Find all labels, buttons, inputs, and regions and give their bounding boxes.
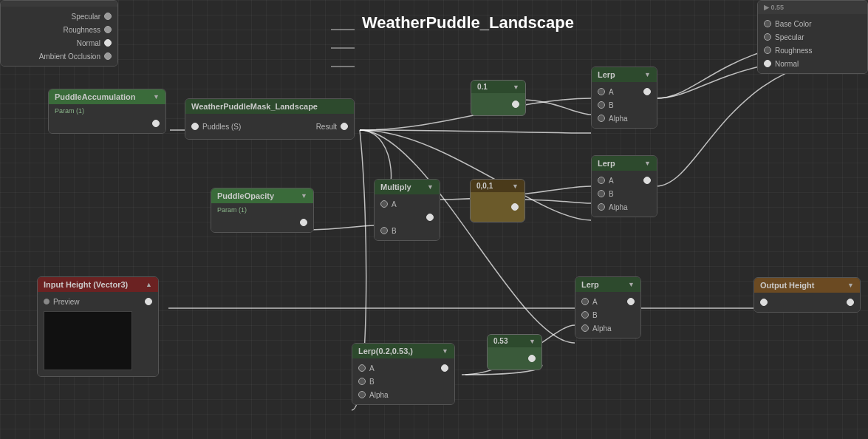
lerp-mid-alpha-row: Alpha [592,200,657,214]
const-01-pin[interactable] [512,101,519,108]
input-height-node: Input Height (Vector3) ▲ Preview [37,276,159,377]
multiply-b-pin[interactable] [380,227,388,234]
lerp-bot-header: Lerp ▼ [575,277,640,292]
lerp-top-a-pin[interactable] [598,88,605,95]
output-height-node: Output Height ▼ [753,277,861,313]
opacity-output-row [211,216,313,229]
specular-pin[interactable] [104,13,112,20]
lerp-mid-node: Lerp ▼ A B Alpha [591,155,657,217]
specular-right-pin[interactable] [764,33,771,41]
lerp-02-053-header: Lerp(0.2,0.53,) ▼ [352,344,454,358]
specular-right-row: Specular [758,30,867,44]
dropdown-icon[interactable]: ▼ [153,93,160,101]
base-color-row: Base Color [758,17,867,30]
puddles-input-row: Puddles (S) [191,120,241,133]
lerp-bot-b-row: B [575,308,640,321]
ambient-occlusion-row: Ambient Occlusion [1,50,117,63]
lerp-top-b-row: B [592,98,657,112]
const-001-pin[interactable] [511,203,519,211]
output-height-in-pin[interactable] [760,299,768,306]
const-001-header: 0,0,1 ▼ [471,180,524,192]
lerp-bot-a-pin[interactable] [581,298,589,305]
lerp-top-header: Lerp ▼ [592,67,657,82]
dropdown-icon[interactable]: ▼ [513,84,519,91]
lerp-02-053-alpha-pin[interactable] [358,391,366,398]
preview-out-pin[interactable] [145,298,152,305]
const-053-header: 0.53 ▼ [488,335,541,347]
lerp-02-053-alpha-row: Alpha [352,388,454,401]
lerp-top-alpha-pin[interactable] [598,115,605,122]
lerp-mid-out-pin[interactable] [643,177,651,184]
lerp-bot-alpha-pin[interactable] [581,324,589,332]
lerp-bot-node: Lerp ▼ A B Alpha [575,276,641,338]
normal-pin[interactable] [104,39,112,47]
ambient-occlusion-pin[interactable] [104,52,112,60]
puddle-accumulation-header: PuddleAccumulation ▼ [49,89,165,104]
puddle-opacity-node: PuddleOpacity ▼ Param (1) [211,188,314,233]
puddles-pin[interactable] [191,123,199,130]
puddle-opacity-header: PuddleOpacity ▼ [211,188,313,203]
lerp-mid-b-row: B [592,187,657,200]
dropdown-icon[interactable]: ▼ [628,281,635,288]
right-panel-node: ▶ 0.55 Base Color Specular Roughness Nor… [757,0,868,74]
opacity-output-pin[interactable] [300,219,307,226]
const-053-pin[interactable] [528,355,536,362]
dropdown-icon[interactable]: ▼ [644,160,651,167]
const-053-node: 0.53 ▼ [487,334,542,370]
lerp-bot-out-pin[interactable] [627,298,635,305]
output-height-out-pin[interactable] [847,299,854,306]
multiply-header: Multiply ▼ [375,180,440,194]
const-001-node: 0,0,1 ▼ [470,179,525,222]
const-053-body [488,347,541,370]
dropdown-icon[interactable]: ▼ [847,282,854,289]
graph-title: WeatherPuddle_Landscape [362,13,574,33]
weather-puddle-mask-node: WeatherPuddleMask_Landscape Puddles (S) … [185,98,355,140]
lerp-02-053-a-row: A [352,361,454,375]
multiply-node: Multiply ▼ A B [374,179,440,241]
const-001-body [471,192,524,222]
right-panel-header: ▶ 0.55 [758,1,867,14]
lerp-02-053-node: Lerp(0.2,0.53,) ▼ A B Alpha [352,343,455,405]
left-panel-node: Specular Roughness Normal Ambient Occlus… [0,0,118,67]
multiply-a-pin[interactable] [380,200,388,208]
output-height-header: Output Height ▼ [754,278,860,293]
output-pin[interactable] [152,120,160,127]
param-label: Param (1) [49,107,165,117]
input-height-header: Input Height (Vector3) ▲ [38,277,158,292]
base-color-pin[interactable] [764,20,771,27]
lerp-02-053-out-pin[interactable] [441,364,448,372]
result-pin[interactable] [341,123,348,130]
dropdown-icon[interactable]: ▼ [301,192,307,200]
lerp-mid-header: Lerp ▼ [592,156,657,171]
dropdown-icon[interactable]: ▼ [644,71,651,78]
expand-icon[interactable]: ▲ [146,281,152,288]
normal-right-pin[interactable] [764,60,771,67]
dropdown-icon[interactable]: ▼ [529,338,536,345]
puddle-accumulation-node: PuddleAccumulation ▼ Param (1) [48,89,166,134]
const-01-node: 0.1 ▼ [471,80,526,116]
const-01-header: 0.1 ▼ [471,81,525,93]
lerp-top-out-pin[interactable] [643,88,651,95]
multiply-out-pin[interactable] [426,214,434,221]
output-pin-row [49,117,165,130]
lerp-02-053-b-pin[interactable] [358,378,366,385]
roughness-row: Roughness [1,23,117,36]
normal-row: Normal [1,36,117,50]
lerp-02-053-a-pin[interactable] [358,364,366,372]
lerp-mid-a-pin[interactable] [598,177,605,184]
roughness-pin[interactable] [104,26,112,33]
preview-box [44,311,132,370]
normal-right-row: Normal [758,57,867,70]
preview-pin[interactable] [44,299,49,304]
lerp-mid-b-pin[interactable] [598,190,605,197]
roughness-right-pin[interactable] [764,47,771,54]
dropdown-icon[interactable]: ▼ [427,183,434,191]
dropdown-icon[interactable]: ▼ [512,183,519,190]
output-height-input-row [754,296,860,309]
dropdown-icon[interactable]: ▼ [442,347,448,355]
lerp-bot-b-pin[interactable] [581,311,589,319]
lerp-02-053-b-row: B [352,375,454,388]
lerp-top-b-pin[interactable] [598,101,605,109]
lerp-mid-alpha-pin[interactable] [598,203,605,211]
left-panel-header [1,1,117,7]
